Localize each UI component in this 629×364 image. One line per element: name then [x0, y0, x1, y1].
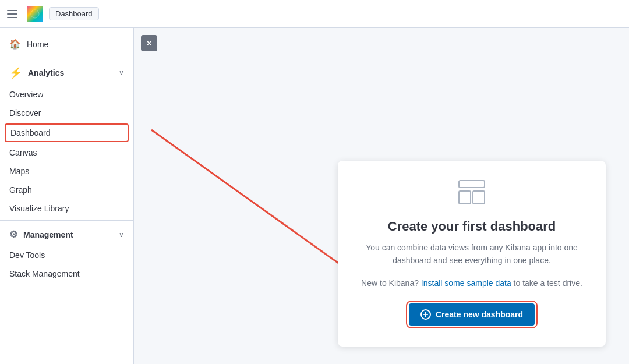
- card-heading: Create your first dashboard: [361, 219, 582, 234]
- kibana-logo: [27, 6, 43, 22]
- plus-circle-icon: +: [420, 309, 431, 320]
- analytics-icon: ⚡: [9, 66, 22, 79]
- chevron-down-icon-2: ∨: [119, 231, 124, 239]
- sidebar-section-analytics[interactable]: ⚡ Analytics ∨: [0, 61, 133, 85]
- menu-icon[interactable]: [7, 7, 21, 21]
- sidebar-item-canvas[interactable]: Canvas: [0, 143, 133, 162]
- sidebar-divider-2: [0, 220, 133, 221]
- topbar: Dashboard: [0, 0, 629, 28]
- card-sample-text: New to Kibana? Install some sample data …: [361, 277, 582, 289]
- svg-point-0: [31, 10, 39, 18]
- svg-rect-4: [459, 191, 471, 204]
- sample-suffix: to take a test drive.: [514, 278, 582, 288]
- sidebar-item-discover[interactable]: Discover: [0, 104, 133, 122]
- sidebar-item-stack-management[interactable]: Stack Management: [0, 264, 133, 283]
- analytics-section-title: ⚡ Analytics: [9, 66, 64, 79]
- management-section-title: ⚙ Management: [9, 229, 73, 240]
- close-button[interactable]: ×: [141, 35, 157, 51]
- dashboard-layout-icon: [361, 179, 582, 207]
- gear-icon: ⚙: [9, 229, 17, 240]
- content-area: × Cre: [134, 28, 629, 364]
- sidebar-section-management[interactable]: ⚙ Management ∨: [0, 223, 133, 246]
- svg-rect-3: [459, 181, 485, 188]
- svg-rect-5: [473, 191, 485, 204]
- install-sample-data-link[interactable]: Install some sample data: [421, 278, 511, 288]
- sidebar-divider-1: [0, 58, 133, 58]
- sidebar-item-maps[interactable]: Maps: [0, 162, 133, 181]
- topbar-dashboard-badge: Dashboard: [49, 7, 99, 20]
- card-description: You can combine data views from any Kiba…: [361, 241, 582, 267]
- sidebar-item-dev-tools[interactable]: Dev Tools: [0, 246, 133, 264]
- sidebar-item-visualize-library[interactable]: Visualize Library: [0, 199, 133, 218]
- main-layout: 🏠 Home ⚡ Analytics ∨ Overview Discover D…: [0, 28, 629, 364]
- create-button-label: Create new dashboard: [436, 310, 523, 319]
- sidebar: 🏠 Home ⚡ Analytics ∨ Overview Discover D…: [0, 28, 134, 364]
- sample-prompt: New to Kibana?: [361, 278, 419, 288]
- create-new-dashboard-button[interactable]: + Create new dashboard: [409, 303, 535, 326]
- sidebar-item-overview[interactable]: Overview: [0, 85, 133, 104]
- sidebar-home-label: Home: [27, 40, 48, 49]
- sidebar-item-graph[interactable]: Graph: [0, 181, 133, 199]
- dashboard-empty-state-card: Create your first dashboard You can comb…: [338, 161, 606, 347]
- home-icon: 🏠: [9, 38, 21, 50]
- sidebar-item-home[interactable]: 🏠 Home: [0, 33, 133, 55]
- chevron-down-icon: ∨: [119, 69, 124, 77]
- sidebar-item-dashboard[interactable]: Dashboard: [5, 123, 129, 142]
- close-icon: ×: [147, 38, 151, 48]
